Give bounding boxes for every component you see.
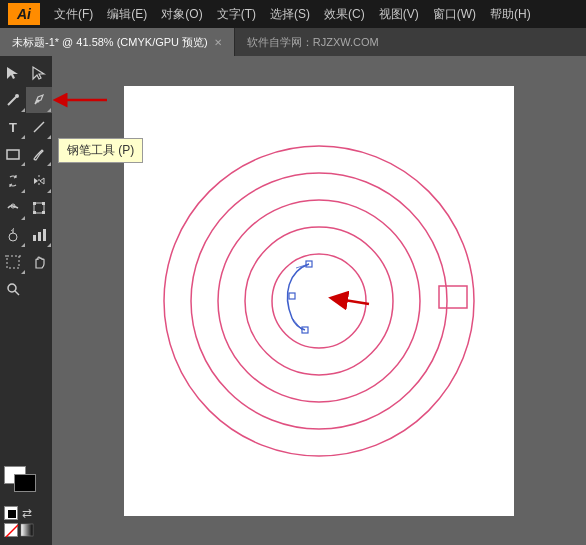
tool-row-2 — [0, 87, 52, 113]
tool-row-6 — [0, 195, 52, 221]
mirror-tool[interactable] — [26, 168, 52, 194]
drawing-svg — [124, 86, 514, 516]
svg-rect-12 — [42, 211, 45, 214]
none-fill-button[interactable] — [4, 523, 18, 537]
menu-edit[interactable]: 编辑(E) — [101, 4, 153, 25]
canvas[interactable] — [124, 86, 514, 516]
main-area: T — [0, 56, 586, 545]
canvas-area[interactable] — [52, 56, 586, 545]
svg-rect-17 — [38, 232, 41, 241]
tool-row-7 — [0, 222, 52, 248]
tab-website[interactable]: 软件自学网：RJZXW.COM — [235, 28, 391, 56]
svg-rect-25 — [21, 524, 33, 536]
svg-rect-5 — [7, 150, 19, 159]
rect-tool[interactable] — [0, 141, 26, 167]
logo-text: Ai — [17, 6, 31, 22]
color-controls: ⇄ — [4, 506, 48, 520]
svg-line-36 — [292, 318, 302, 330]
tool-row-1 — [0, 60, 52, 86]
tool-row-4 — [0, 141, 52, 167]
menu-view[interactable]: 视图(V) — [373, 4, 425, 25]
color-section: ⇄ — [1, 462, 51, 541]
menu-help[interactable]: 帮助(H) — [484, 4, 537, 25]
line-tool[interactable] — [26, 114, 52, 140]
tab-bar: 未标题-1* @ 41.58% (CMYK/GPU 预览) ✕ 软件自学网：RJ… — [0, 28, 586, 56]
stroke-color-box[interactable] — [14, 474, 36, 492]
pen-tool[interactable] — [26, 87, 52, 113]
svg-point-1 — [15, 94, 19, 98]
gradient-button[interactable] — [20, 523, 34, 537]
free-transform-tool[interactable] — [26, 195, 52, 221]
swap-colors-button[interactable]: ⇄ — [20, 506, 34, 520]
menu-bar: 文件(F) 编辑(E) 对象(O) 文字(T) 选择(S) 效果(C) 视图(V… — [48, 4, 537, 25]
fill-stroke-boxes[interactable] — [4, 466, 48, 502]
svg-line-23 — [15, 291, 19, 295]
svg-line-24 — [6, 525, 18, 537]
tab-website-label: 软件自学网：RJZXW.COM — [247, 35, 379, 50]
tool-row-5 — [0, 168, 52, 194]
magic-wand-tool[interactable] — [0, 87, 26, 113]
default-colors-button[interactable] — [4, 506, 18, 520]
tab-current-file[interactable]: 未标题-1* @ 41.58% (CMYK/GPU 预览) ✕ — [0, 28, 235, 56]
svg-point-2 — [37, 100, 40, 103]
paintbrush-tool[interactable] — [26, 141, 52, 167]
tool-row-3: T — [0, 114, 52, 140]
hand-tool[interactable] — [26, 249, 52, 275]
svg-rect-33 — [289, 293, 295, 299]
menu-window[interactable]: 窗口(W) — [427, 4, 482, 25]
tab-close-button[interactable]: ✕ — [214, 37, 222, 48]
menu-select[interactable]: 选择(S) — [264, 4, 316, 25]
svg-point-28 — [218, 200, 420, 402]
menu-effect[interactable]: 效果(C) — [318, 4, 371, 25]
ai-logo: Ai — [8, 3, 40, 25]
menu-text[interactable]: 文字(T) — [211, 4, 262, 25]
menu-file[interactable]: 文件(F) — [48, 4, 99, 25]
svg-rect-11 — [33, 211, 36, 214]
direct-selection-tool[interactable] — [26, 60, 52, 86]
symbol-sprayer-tool[interactable] — [0, 222, 26, 248]
artboard-tool[interactable] — [0, 249, 26, 275]
warp-tool[interactable] — [0, 195, 26, 221]
menu-object[interactable]: 对象(O) — [155, 4, 208, 25]
title-bar: Ai 文件(F) 编辑(E) 对象(O) 文字(T) 选择(S) 效果(C) 视… — [0, 0, 586, 28]
svg-point-27 — [191, 173, 447, 429]
toolbar: T — [0, 56, 52, 545]
column-graph-tool[interactable] — [26, 222, 52, 248]
svg-rect-10 — [42, 202, 45, 205]
tab-current-label: 未标题-1* @ 41.58% (CMYK/GPU 预览) — [12, 35, 208, 50]
svg-rect-18 — [43, 229, 46, 241]
svg-rect-16 — [33, 235, 36, 241]
svg-rect-31 — [439, 286, 467, 308]
color-type-buttons — [4, 523, 48, 537]
tool-row-8 — [0, 249, 52, 275]
rotate-tool[interactable] — [0, 168, 26, 194]
svg-line-0 — [8, 97, 16, 105]
svg-point-22 — [8, 284, 16, 292]
svg-point-26 — [164, 146, 474, 456]
tool-row-9 — [0, 276, 52, 302]
svg-point-13 — [9, 233, 17, 241]
svg-line-37 — [338, 299, 369, 304]
selection-tool[interactable] — [0, 60, 26, 86]
svg-rect-19 — [7, 256, 19, 268]
svg-point-29 — [245, 227, 393, 375]
svg-line-4 — [34, 122, 44, 132]
type-tool[interactable]: T — [0, 114, 26, 140]
svg-rect-9 — [33, 202, 36, 205]
zoom-tool[interactable] — [0, 276, 26, 302]
